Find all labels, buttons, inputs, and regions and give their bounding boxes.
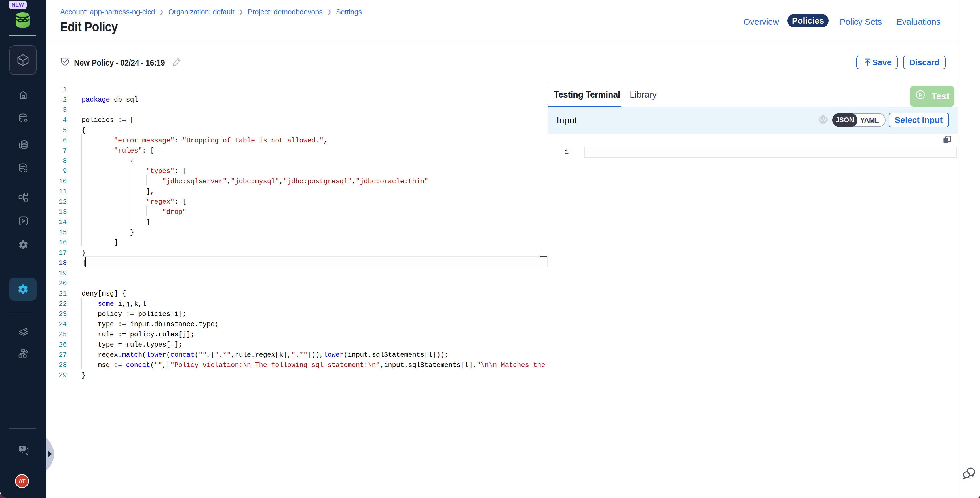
svg-text:</>: </>: [820, 117, 826, 122]
svg-text:?: ?: [21, 446, 24, 451]
